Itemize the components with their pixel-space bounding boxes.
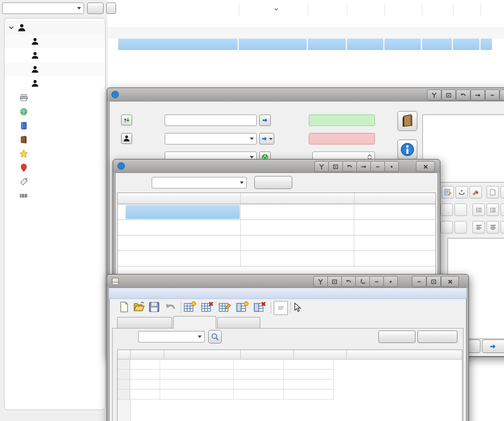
name-cell[interactable]	[160, 380, 234, 390]
align-right-button[interactable]	[500, 221, 504, 234]
subscript-button[interactable]	[454, 204, 467, 216]
column-header-link[interactable]	[294, 350, 347, 360]
sidebar-item-languages[interactable]	[5, 104, 105, 118]
link-cell[interactable]	[284, 360, 334, 370]
name-cell[interactable]	[160, 370, 234, 380]
column-header-series[interactable]	[453, 4, 480, 16]
clear-formatting-icon[interactable]	[469, 186, 482, 198]
author-sort-cell[interactable]	[240, 204, 354, 220]
sidebar-item-series[interactable]	[5, 118, 105, 132]
column-header-rating[interactable]	[384, 4, 422, 16]
search-records-button[interactable]	[208, 330, 222, 344]
link-cell[interactable]	[354, 251, 435, 266]
align-left-button[interactable]	[472, 221, 485, 234]
metadata-download-button[interactable]	[397, 140, 417, 160]
link-cell[interactable]	[354, 220, 435, 235]
author-search-combo[interactable]	[152, 177, 247, 188]
close-button[interactable]	[416, 161, 435, 172]
book-row[interactable]	[108, 50, 504, 62]
sort-cell[interactable]	[234, 390, 284, 400]
tab-database-structure[interactable]	[117, 317, 172, 328]
sql-log-button[interactable]	[274, 301, 288, 315]
title-input[interactable]	[165, 114, 257, 126]
table-combo[interactable]	[138, 331, 205, 342]
maximize-button[interactable]	[328, 161, 343, 172]
tab-browse-data[interactable]	[173, 316, 216, 328]
sort-cell[interactable]	[234, 380, 284, 390]
minimize-button-2[interactable]	[412, 276, 426, 287]
undo-button[interactable]	[456, 90, 470, 100]
column-header-date[interactable]	[308, 4, 347, 16]
row-number[interactable]	[118, 360, 130, 370]
row-number[interactable]	[118, 380, 130, 390]
author-edit-button[interactable]	[121, 133, 132, 144]
new-record-button[interactable]	[378, 330, 415, 343]
cut-icon[interactable]	[500, 186, 504, 198]
sidebar-item-author-stjohn-lauren[interactable]	[5, 62, 105, 76]
sort-indicator-icon[interactable]	[274, 6, 279, 13]
author-cell-selected[interactable]	[126, 205, 240, 219]
maximize-button[interactable]	[327, 276, 342, 287]
link-cell[interactable]	[354, 204, 435, 220]
open-book-button[interactable]	[397, 111, 417, 131]
sidebar-item-author-patterson-peter[interactable]	[5, 48, 105, 62]
whats-this-button[interactable]	[293, 301, 309, 314]
minimize-button[interactable]	[485, 90, 499, 100]
undo-button[interactable]	[342, 161, 357, 172]
id-cell[interactable]	[130, 360, 160, 370]
maximize-button[interactable]	[441, 90, 456, 100]
sidebar-item-identifiers[interactable]	[5, 188, 105, 202]
new-database-button[interactable]	[118, 301, 131, 314]
undo-button[interactable]	[341, 276, 356, 287]
tag-search-combo[interactable]	[2, 2, 84, 14]
sidebar-item-formats[interactable]	[5, 132, 105, 146]
tab-execute-sql[interactable]	[217, 317, 260, 328]
authors-combo[interactable]	[165, 133, 257, 144]
sort-cell[interactable]	[234, 370, 284, 380]
column-header-authors[interactable]	[239, 4, 308, 16]
sidebar-item-authors[interactable]	[5, 20, 105, 34]
column-header-author-sort[interactable]	[240, 193, 354, 204]
id-cell[interactable]	[130, 370, 160, 380]
tag-find-button[interactable]	[87, 2, 104, 14]
insert-link-icon[interactable]	[441, 186, 454, 198]
sidebar-item-author-writer-dick[interactable]	[5, 76, 105, 90]
recycle-icon[interactable]	[455, 186, 468, 198]
pin-button[interactable]	[470, 90, 485, 100]
link-cell[interactable]	[284, 370, 334, 380]
id-cell[interactable]	[130, 390, 160, 400]
find-button[interactable]	[254, 176, 292, 189]
delete-record-button[interactable]	[417, 330, 457, 343]
pin-button[interactable]	[356, 161, 371, 172]
minimize-button[interactable]	[369, 276, 384, 287]
indent-button[interactable]	[500, 204, 504, 216]
align-center-button[interactable]	[486, 221, 499, 234]
book-row[interactable]	[108, 27, 504, 38]
wrench-button[interactable]	[427, 90, 441, 100]
column-header-tags[interactable]	[422, 4, 453, 16]
delete-table-button[interactable]	[201, 301, 216, 314]
delete-index-button[interactable]	[253, 301, 268, 314]
author-sort-cell[interactable]	[240, 251, 354, 266]
sidebar-item-rating[interactable]	[5, 146, 105, 160]
create-index-button[interactable]	[236, 301, 251, 314]
restore-button[interactable]	[384, 161, 399, 172]
superscript-button[interactable]	[440, 204, 453, 216]
swap-title-author-button[interactable]	[121, 114, 132, 126]
author-to-sort-button[interactable]	[259, 133, 274, 144]
name-cell[interactable]	[160, 360, 234, 370]
revert-changes-button[interactable]	[164, 301, 177, 314]
numbered-list-button[interactable]	[486, 204, 499, 216]
author-sort-cell[interactable]	[240, 220, 354, 235]
paste-icon[interactable]	[486, 186, 499, 198]
strikethrough-button[interactable]	[454, 221, 467, 234]
sort-cell[interactable]	[234, 360, 284, 370]
book-row[interactable]	[108, 16, 504, 27]
author-cell[interactable]	[125, 251, 240, 266]
author-cell[interactable]	[125, 236, 240, 250]
title-sort-input[interactable]	[309, 114, 375, 126]
maximize-button-2[interactable]	[426, 276, 441, 287]
next-button[interactable]	[482, 340, 504, 353]
column-header-title[interactable]	[118, 4, 239, 16]
link-cell[interactable]	[284, 380, 334, 390]
